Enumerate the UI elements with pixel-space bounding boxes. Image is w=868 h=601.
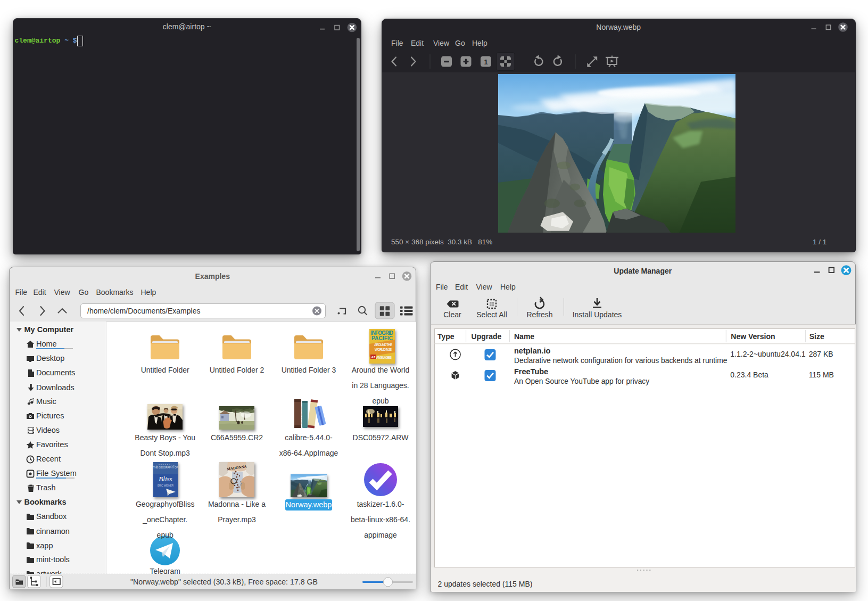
svg-text:1.1.2-2~ubuntu24.04.1: 1.1.2-2~ubuntu24.04.1 [730, 349, 806, 358]
svg-text:WORLD IN 28: WORLD IN 28 [375, 348, 392, 351]
svg-text:287 KB: 287 KB [809, 349, 833, 358]
svg-text:Upgrade: Upgrade [472, 332, 502, 340]
svg-text:AZ: AZ [371, 355, 375, 358]
svg-text:115 MB: 115 MB [809, 370, 834, 378]
svg-text:Declarative network configurat: Declarative network configuration for va… [514, 356, 728, 364]
svg-text:0.23.4 Beta: 0.23.4 Beta [730, 370, 768, 378]
svg-text:/home/clem/Documents/Examples: /home/clem/Documents/Examples [87, 306, 200, 315]
svg-text:Size: Size [809, 332, 824, 340]
svg-text:THE GEOGRAPHY OF: THE GEOGRAPHY OF [153, 466, 178, 469]
svg-text:AROUND THE: AROUND THE [374, 343, 393, 347]
svg-text:"Norway.webp" selected (30.3 k: "Norway.webp" selected (30.3 kB), Free s… [130, 578, 318, 586]
svg-text:Type: Type [437, 332, 454, 340]
svg-text:1: 1 [484, 58, 487, 66]
svg-text:An Open Source YouTube app for: An Open Source YouTube app for privacy [514, 377, 649, 385]
svg-text:PACIFIC: PACIFIC [371, 335, 393, 341]
svg-text:Bliss: Bliss [159, 475, 172, 483]
svg-text:Name: Name [514, 332, 534, 340]
svg-text:LANGUAGES: LANGUAGES [375, 356, 392, 359]
svg-text:FreeTube: FreeTube [514, 367, 548, 375]
svg-text:netplan.io: netplan.io [514, 346, 551, 355]
svg-text:New Version: New Version [731, 332, 775, 340]
svg-text:ERIC WEINER: ERIC WEINER [158, 484, 174, 487]
